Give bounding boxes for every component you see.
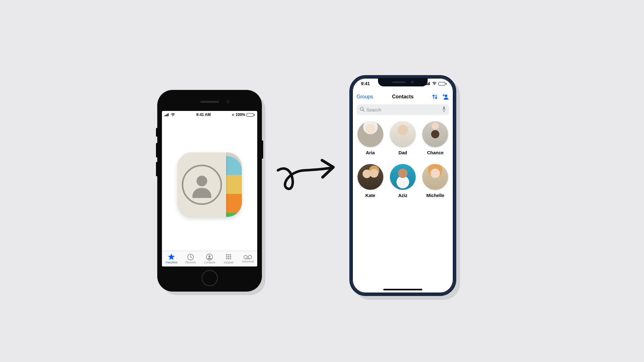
search-input[interactable]	[366, 107, 440, 112]
person-icon	[206, 254, 213, 261]
tab-label: Keypad	[224, 261, 234, 264]
bluetooth-icon: ✻	[232, 113, 234, 117]
power-button	[262, 140, 263, 159]
index-tab-blue	[226, 156, 242, 175]
add-contact-button[interactable]	[442, 93, 449, 100]
avatar	[390, 121, 416, 147]
index-tab-yellow	[226, 175, 242, 194]
avatar	[422, 164, 448, 190]
contact-aria[interactable]: Aria	[355, 121, 385, 155]
svg-rect-3	[168, 113, 169, 116]
volume-up-button	[156, 143, 158, 157]
contact-name: Kate	[365, 193, 375, 198]
cellular-signal-icon	[425, 81, 430, 86]
svg-point-7	[208, 255, 210, 257]
svg-rect-2	[167, 114, 167, 116]
status-bar: 9:41 AM ✻ 100%	[162, 111, 257, 118]
keypad-icon	[225, 254, 232, 261]
svg-point-13	[230, 256, 231, 257]
svg-point-24	[445, 95, 447, 97]
person-add-icon	[442, 93, 449, 100]
phone-old-screen: 9:41 AM ✻ 100%	[162, 111, 257, 266]
avatar	[422, 121, 448, 147]
wifi-icon	[432, 81, 437, 86]
index-tab-green	[226, 213, 242, 217]
mute-switch	[156, 128, 158, 137]
phone-old-frame: 9:41 AM ✻ 100%	[158, 90, 262, 291]
voicemail-icon	[243, 255, 252, 260]
tab-recents[interactable]: Recents	[181, 251, 200, 266]
svg-rect-1	[166, 115, 166, 116]
svg-rect-21	[426, 84, 427, 85]
svg-point-8	[226, 254, 227, 255]
contact-aziz[interactable]: Aziz	[388, 164, 418, 198]
svg-point-11	[226, 256, 227, 257]
tab-label: Voicemail	[242, 260, 254, 263]
contacts-icon-page	[177, 152, 226, 217]
svg-point-18	[248, 255, 252, 259]
tab-label: Favorites	[166, 261, 177, 264]
phone-new-screen: 9:41 Groups Contacts	[352, 78, 453, 293]
status-time: 9:41	[361, 81, 370, 86]
battery-text: 100%	[236, 112, 245, 117]
contacts-grid: Aria Dad Chance Kate Aziz	[352, 119, 453, 198]
status-time: 9:41 AM	[196, 112, 211, 117]
page-title: Contacts	[392, 94, 414, 100]
clock-icon	[187, 254, 194, 261]
svg-rect-23	[429, 82, 430, 85]
contact-dad[interactable]: Dad	[388, 121, 418, 155]
contact-name: Chance	[427, 150, 443, 155]
svg-line-27	[363, 110, 364, 111]
home-button[interactable]	[202, 270, 218, 286]
svg-point-10	[230, 254, 231, 255]
cellular-signal-icon	[164, 113, 169, 116]
tab-bar: Favorites Recents Contacts Keypad Voicem…	[162, 251, 257, 266]
tab-keypad[interactable]: Keypad	[219, 251, 238, 266]
phone-new-frame: 9:41 Groups Contacts	[349, 75, 456, 296]
contact-name: Aziz	[398, 193, 407, 198]
tab-label: Contacts	[204, 261, 215, 264]
avatar	[358, 164, 383, 190]
tab-voicemail[interactable]: Voicemail	[238, 251, 257, 266]
tab-favorites[interactable]: Favorites	[162, 251, 181, 266]
search-icon	[360, 107, 364, 113]
volume-down-button	[156, 162, 158, 176]
star-icon	[168, 254, 175, 261]
svg-point-16	[230, 258, 231, 259]
contact-name: Aria	[366, 150, 375, 155]
svg-point-9	[228, 254, 229, 255]
svg-point-14	[226, 258, 227, 259]
sort-arrows-icon	[431, 93, 438, 100]
contact-chance[interactable]: Chance	[420, 121, 450, 155]
avatar	[390, 164, 416, 190]
home-indicator[interactable]	[383, 289, 422, 290]
dictation-icon[interactable]	[442, 107, 446, 113]
contact-name: Dad	[398, 150, 407, 155]
avatar	[358, 121, 383, 147]
tab-contacts[interactable]: Contacts	[200, 251, 219, 266]
groups-button[interactable]: Groups	[357, 94, 373, 100]
sort-button[interactable]	[431, 93, 438, 100]
search-field[interactable]	[357, 104, 449, 115]
contacts-app-icon	[177, 152, 242, 217]
svg-rect-0	[164, 115, 165, 116]
contact-kate[interactable]: Kate	[355, 164, 385, 198]
wifi-icon	[171, 113, 175, 116]
contact-michelle[interactable]: Michelle	[420, 164, 450, 198]
earpiece-speaker	[200, 101, 219, 103]
svg-point-17	[244, 255, 247, 259]
battery-icon	[438, 82, 447, 85]
svg-rect-22	[428, 83, 429, 85]
svg-point-15	[228, 258, 229, 259]
front-camera	[226, 100, 230, 103]
svg-rect-28	[443, 107, 445, 110]
tab-label: Recents	[185, 261, 196, 264]
illustration-canvas: 9:41 AM ✻ 100%	[80, 60, 564, 302]
person-silhouette-icon	[182, 165, 222, 205]
contact-name: Michelle	[426, 193, 444, 198]
svg-point-12	[228, 256, 229, 257]
battery-icon	[247, 113, 255, 117]
svg-rect-20	[425, 84, 426, 85]
nav-bar: Groups Contacts	[352, 91, 453, 102]
status-bar: 9:41	[352, 78, 453, 91]
